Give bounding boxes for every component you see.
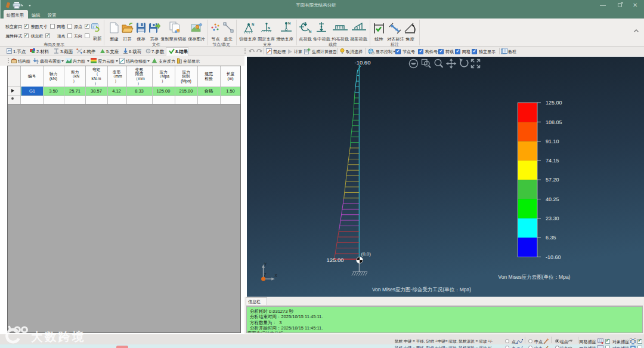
svg-text:Y: Y xyxy=(264,262,267,266)
svg-text:40.25: 40.25 xyxy=(546,196,559,202)
svg-text:Von Mises应力图-综合受力工况(单位：Mpa): Von Mises应力图-综合受力工况(单位：Mpa) xyxy=(372,287,471,292)
svg-text:-10.60: -10.60 xyxy=(355,59,371,66)
svg-text:N: N xyxy=(252,23,254,26)
svg-text:23.30: 23.30 xyxy=(546,215,559,221)
svg-text:6.35: 6.35 xyxy=(546,235,556,241)
svg-text:Z: Z xyxy=(264,273,266,277)
svg-text:57.20: 57.20 xyxy=(546,177,559,183)
svg-text:(0,0): (0,0) xyxy=(361,251,371,257)
svg-text:X: X xyxy=(275,273,278,278)
svg-text:108.05: 108.05 xyxy=(546,119,562,125)
svg-text:N: N xyxy=(288,21,290,25)
svg-text:125.00: 125.00 xyxy=(327,257,344,263)
svg-text:N: N xyxy=(268,26,270,30)
svg-text:125.00: 125.00 xyxy=(546,100,562,106)
svg-text:74.15: 74.15 xyxy=(546,158,559,164)
svg-text:N: N xyxy=(309,30,311,33)
svg-text:-10.60: -10.60 xyxy=(546,254,561,260)
svg-text:Von Mises应力云图(单位：Mpa): Von Mises应力云图(单位：Mpa) xyxy=(499,274,571,280)
svg-text:91.10: 91.10 xyxy=(546,138,559,144)
